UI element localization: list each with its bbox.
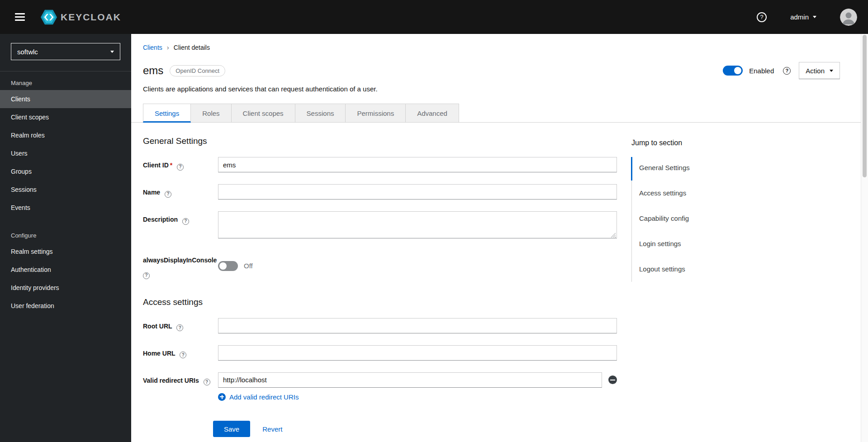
nav-toggle-button[interactable] bbox=[11, 8, 29, 26]
add-valid-redirect-uri-button[interactable]: Add valid redirect URIs bbox=[218, 393, 299, 401]
redirect-uri-row bbox=[218, 372, 617, 388]
label-text: Root URL bbox=[143, 323, 172, 330]
toggle-state-label: Off bbox=[244, 262, 253, 270]
jump-nav-title: Jump to section bbox=[631, 139, 758, 147]
avatar[interactable] bbox=[840, 9, 857, 26]
nav-section-title: Manage bbox=[0, 71, 131, 90]
jump-link-login-settings[interactable]: Login settings bbox=[632, 231, 758, 257]
save-button[interactable]: Save bbox=[213, 421, 250, 437]
label-text: Valid redirect URIs bbox=[143, 377, 199, 384]
jump-link-general-settings[interactable]: General Settings bbox=[632, 157, 758, 181]
required-asterisk: * bbox=[170, 162, 172, 169]
home-url-control bbox=[218, 345, 617, 361]
label-text: Home URL bbox=[143, 350, 175, 357]
jump-link-logout-settings[interactable]: Logout settings bbox=[632, 257, 758, 282]
realm-name: softwlc bbox=[17, 48, 38, 56]
keycloak-logo[interactable]: KEYCLOAK bbox=[41, 9, 121, 25]
revert-button[interactable]: Revert bbox=[262, 425, 282, 433]
client-id-input[interactable] bbox=[218, 157, 617, 172]
sidebar-item-realm-roles[interactable]: Realm roles bbox=[0, 126, 131, 144]
sidebar-item-events[interactable]: Events bbox=[0, 199, 131, 217]
form-row-description: Description bbox=[143, 211, 617, 240]
help-icon[interactable] bbox=[204, 379, 210, 385]
scrollbar-track[interactable] bbox=[861, 34, 868, 442]
sidebar-item-realm-settings[interactable]: Realm settings bbox=[0, 242, 131, 261]
breadcrumb-current: Client details bbox=[174, 44, 210, 51]
description-control bbox=[218, 211, 617, 240]
root-url-input[interactable] bbox=[218, 318, 617, 333]
help-icon[interactable] bbox=[177, 164, 184, 171]
help-icon[interactable] bbox=[180, 352, 186, 358]
help-icon[interactable] bbox=[143, 272, 150, 279]
section-title-general-settings: General Settings bbox=[143, 136, 617, 146]
help-icon[interactable] bbox=[182, 218, 189, 225]
form-row-always-display-in-console: alwaysDisplayInConsole Off bbox=[143, 252, 617, 279]
username: admin bbox=[790, 13, 809, 21]
user-menu-dropdown[interactable]: admin bbox=[790, 13, 816, 21]
jump-nav-list: General Settings Access settings Capabil… bbox=[631, 157, 758, 282]
brand-name: KEYCLOAK bbox=[61, 12, 121, 23]
client-id-control bbox=[218, 157, 617, 172]
page-header: ems OpenID Connect Enabled Action bbox=[143, 62, 840, 79]
tab-roles[interactable]: Roles bbox=[191, 104, 231, 123]
home-url-input[interactable] bbox=[218, 345, 617, 361]
valid-redirect-uri-input[interactable] bbox=[218, 372, 602, 388]
sidebar-item-authentication[interactable]: Authentication bbox=[0, 261, 131, 279]
label-text: Description bbox=[143, 216, 178, 223]
enabled-label: Enabled bbox=[749, 67, 774, 75]
jump-link-access-settings[interactable]: Access settings bbox=[632, 181, 758, 206]
help-icon[interactable] bbox=[165, 191, 171, 198]
valid-redirect-uris-control: Add valid redirect URIs bbox=[218, 372, 617, 403]
sidebar-item-groups[interactable]: Groups bbox=[0, 162, 131, 181]
sidebar-item-users[interactable]: Users bbox=[0, 144, 131, 162]
nav-section-configure: Configure Realm settings Authentication … bbox=[0, 224, 131, 315]
label-text: Client ID bbox=[143, 162, 169, 169]
always-display-label: alwaysDisplayInConsole bbox=[143, 252, 218, 279]
always-display-toggle[interactable] bbox=[218, 261, 238, 271]
description-textarea[interactable] bbox=[218, 211, 617, 238]
minus-circle-icon[interactable] bbox=[608, 375, 617, 384]
plus-circle-icon bbox=[218, 393, 226, 401]
realm-selector[interactable]: softwlc bbox=[11, 43, 120, 60]
form-row-valid-redirect-uris: Valid redirect URIs Add valid redirect U… bbox=[143, 372, 617, 403]
enabled-toggle[interactable] bbox=[723, 66, 743, 76]
user-avatar-icon bbox=[840, 9, 857, 26]
form-row-name: Name bbox=[143, 184, 617, 200]
help-icon[interactable] bbox=[176, 324, 183, 331]
page-title: ems bbox=[143, 64, 163, 77]
scrollbar-thumb[interactable] bbox=[863, 35, 867, 177]
angle-right-icon bbox=[167, 43, 169, 51]
sidebar-item-user-federation[interactable]: User federation bbox=[0, 297, 131, 315]
label-text: alwaysDisplayInConsole bbox=[143, 257, 217, 264]
sidebar-item-identity-providers[interactable]: Identity providers bbox=[0, 279, 131, 297]
form-row-root-url: Root URL bbox=[143, 318, 617, 333]
sidebar: softwlc Manage Clients Client scopes Rea… bbox=[0, 34, 131, 442]
toggle-knob bbox=[734, 67, 741, 74]
tab-sessions[interactable]: Sessions bbox=[295, 104, 346, 123]
breadcrumb-link-clients[interactable]: Clients bbox=[143, 44, 162, 51]
protocol-badge: OpenID Connect bbox=[170, 65, 225, 76]
jump-to-section-nav: Jump to section General Settings Access … bbox=[631, 123, 758, 439]
tab-client-scopes[interactable]: Client scopes bbox=[232, 104, 295, 123]
name-control bbox=[218, 184, 617, 200]
action-dropdown[interactable]: Action bbox=[799, 62, 840, 79]
breadcrumb: Clients Client details bbox=[143, 43, 849, 51]
tab-advanced[interactable]: Advanced bbox=[406, 104, 459, 123]
sidebar-item-sessions[interactable]: Sessions bbox=[0, 181, 131, 199]
add-link-label: Add valid redirect URIs bbox=[229, 393, 299, 401]
jump-link-capability-config[interactable]: Capability config bbox=[632, 206, 758, 231]
tab-settings[interactable]: Settings bbox=[143, 104, 191, 123]
main-content: Clients Client details ems OpenID Connec… bbox=[131, 34, 861, 442]
toggle-knob bbox=[219, 262, 227, 270]
help-icon[interactable] bbox=[757, 12, 767, 22]
tab-permissions[interactable]: Permissions bbox=[346, 104, 406, 123]
masthead-toolbar: admin bbox=[757, 9, 857, 26]
hamburger-icon bbox=[15, 16, 25, 18]
sidebar-item-client-scopes[interactable]: Client scopes bbox=[0, 108, 131, 126]
label-text: Name bbox=[143, 189, 160, 196]
nav-section-manage: Manage Clients Client scopes Realm roles… bbox=[0, 71, 131, 217]
always-display-control: Off bbox=[218, 252, 617, 279]
name-input[interactable] bbox=[218, 184, 617, 200]
help-icon[interactable] bbox=[783, 67, 791, 75]
sidebar-item-clients[interactable]: Clients bbox=[0, 90, 131, 108]
